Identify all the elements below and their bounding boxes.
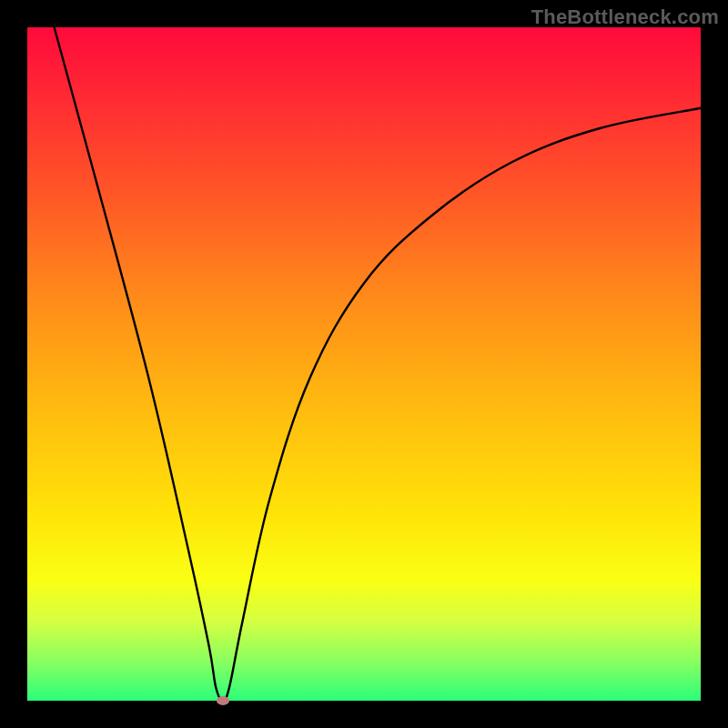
watermark-text: TheBottleneck.com [531, 5, 719, 29]
optimum-marker [217, 696, 229, 705]
chart-frame: TheBottleneck.com [0, 0, 728, 728]
bottleneck-curve [27, 27, 701, 701]
curve-path [55, 27, 701, 701]
